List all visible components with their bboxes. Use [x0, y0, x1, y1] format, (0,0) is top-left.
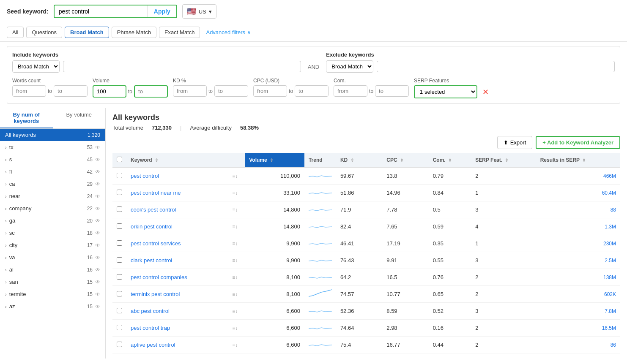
th-select-all[interactable] [112, 153, 126, 167]
select-all-checkbox[interactable] [117, 157, 122, 162]
filter-list-icon[interactable]: ≡↓ [232, 190, 238, 196]
tab-phrase-match[interactable]: Phrase Match [112, 27, 156, 38]
keyword-link[interactable]: orkin pest control [131, 223, 172, 230]
com-to[interactable] [375, 85, 409, 97]
sidebar-item-tx[interactable]: › tx 53 👁 [0, 141, 105, 153]
cpc-from[interactable] [253, 85, 287, 97]
sidebar-item-sc[interactable]: › sc 18 👁 [0, 227, 105, 239]
tab-questions[interactable]: Questions [26, 27, 62, 38]
keyword-link[interactable]: pest control companies [131, 274, 187, 280]
th-keyword[interactable]: Keyword ⇕ [126, 153, 228, 167]
row-checkbox[interactable] [117, 308, 122, 313]
eye-icon[interactable]: 👁 [95, 291, 100, 297]
row-checkbox[interactable] [117, 206, 122, 212]
keyword-link[interactable]: terminix pest control [131, 291, 180, 297]
row-checkbox[interactable] [117, 291, 122, 296]
filter-list-icon[interactable]: ≡↓ [232, 325, 238, 331]
th-serp[interactable]: SERP Feat. ⇕ [471, 153, 536, 167]
exclude-text-input[interactable] [377, 61, 615, 72]
filter-list-icon[interactable]: ≡↓ [232, 207, 238, 213]
filter-list-icon[interactable]: ≡↓ [232, 241, 238, 247]
tab-broad-match[interactable]: Broad Match [65, 27, 109, 38]
eye-icon[interactable]: 👁 [95, 279, 100, 285]
sidebar-item-al[interactable]: › al 16 👁 [0, 263, 105, 276]
serp-features-select[interactable]: 1 selected [415, 86, 476, 98]
eye-icon[interactable]: 👁 [95, 242, 100, 248]
sidebar-item-termite[interactable]: › termite 15 👁 [0, 288, 105, 300]
advanced-filters-toggle[interactable]: Advanced filters ∧ [206, 29, 251, 35]
eye-icon[interactable]: 👁 [95, 255, 100, 261]
row-checkbox[interactable] [117, 274, 122, 280]
cpc-to[interactable] [295, 85, 329, 97]
sidebar-item-az[interactable]: › az 15 👁 [0, 300, 105, 312]
results-link[interactable]: 138M [603, 274, 616, 280]
keyword-link[interactable]: pest control near me [131, 190, 181, 196]
row-checkbox[interactable] [117, 190, 122, 195]
sidebar-tab-by-num[interactable]: By num of keywords [0, 108, 53, 128]
filter-list-icon[interactable]: ≡↓ [232, 258, 238, 263]
eye-icon[interactable]: 👁 [95, 304, 100, 310]
eye-icon[interactable]: 👁 [95, 206, 100, 212]
add-to-analyzer-button[interactable]: + Add to Keyword Analyzer [536, 136, 620, 149]
results-link[interactable]: 466M [603, 173, 616, 179]
keyword-link[interactable]: abc pest control [131, 308, 170, 314]
row-checkbox[interactable] [117, 342, 122, 347]
eye-icon[interactable]: 👁 [95, 169, 100, 175]
keyword-link[interactable]: pest control [131, 173, 159, 179]
keyword-link[interactable]: pest control trap [131, 325, 170, 331]
sidebar-item-s[interactable]: › s 45 👁 [0, 153, 105, 166]
row-checkbox[interactable] [117, 173, 122, 178]
eye-icon[interactable]: 👁 [95, 144, 100, 150]
volume-to[interactable] [134, 85, 168, 98]
eye-icon[interactable]: 👁 [95, 218, 100, 224]
keyword-link[interactable]: clark pest control [131, 257, 172, 263]
country-selector[interactable]: 🇺🇸 US ▾ [182, 4, 216, 19]
seed-input[interactable] [55, 5, 148, 17]
export-button[interactable]: ⬆ Export [497, 136, 533, 149]
keyword-link[interactable]: aptive pest control [131, 342, 175, 348]
tab-exact-match[interactable]: Exact Match [159, 27, 200, 38]
include-match-select[interactable]: Broad Match [12, 60, 60, 73]
sidebar-item-ga[interactable]: › ga 20 👁 [0, 215, 105, 227]
results-link[interactable]: 602K [604, 291, 616, 297]
keyword-link[interactable]: cook's pest control [131, 206, 176, 213]
results-link[interactable]: 16.5M [602, 325, 616, 331]
words-count-to[interactable] [54, 85, 88, 97]
sidebar-item-va[interactable]: › va 16 👁 [0, 251, 105, 263]
words-count-from[interactable] [12, 85, 46, 97]
filter-list-icon[interactable]: ≡↓ [232, 342, 238, 348]
row-checkbox[interactable] [117, 325, 122, 330]
sidebar-tab-by-volume[interactable]: By volume [53, 108, 106, 128]
eye-icon[interactable]: 👁 [95, 157, 100, 163]
kd-to[interactable] [214, 85, 248, 97]
sidebar-item-all-keywords[interactable]: All keywords 1,320 [0, 129, 105, 141]
sidebar-item-city[interactable]: › city 17 👁 [0, 239, 105, 251]
results-link[interactable]: 230M [603, 241, 616, 247]
volume-from[interactable] [93, 85, 126, 98]
results-link[interactable]: 7.8M [605, 308, 616, 314]
filter-list-icon[interactable]: ≡↓ [232, 224, 238, 230]
th-volume[interactable]: Volume ⇕ [245, 153, 304, 167]
sidebar-item-near[interactable]: › near 24 👁 [0, 190, 105, 202]
eye-icon[interactable]: 👁 [95, 230, 100, 236]
sidebar-item-fl[interactable]: › fl 42 👁 [0, 166, 105, 178]
sidebar-item-ca[interactable]: › ca 29 👁 [0, 178, 105, 190]
sidebar-item-san[interactable]: › san 15 👁 [0, 276, 105, 288]
filter-list-icon[interactable]: ≡↓ [232, 173, 238, 179]
filter-list-icon[interactable]: ≡↓ [232, 291, 238, 297]
eye-icon[interactable]: 👁 [95, 181, 100, 187]
th-results[interactable]: Results in SERP ⇕ [536, 153, 620, 167]
serp-clear-icon[interactable]: ✕ [482, 87, 489, 97]
apply-button[interactable]: Apply [148, 5, 176, 17]
exclude-match-select[interactable]: Broad Match [326, 60, 373, 73]
results-link[interactable]: 88 [611, 207, 616, 213]
row-checkbox[interactable] [117, 257, 122, 263]
row-checkbox[interactable] [117, 240, 122, 246]
row-checkbox[interactable] [117, 223, 122, 229]
sidebar-item-company[interactable]: › company 22 👁 [0, 202, 105, 215]
eye-icon[interactable]: 👁 [95, 193, 100, 199]
keyword-link[interactable]: pest control services [131, 240, 181, 247]
include-text-input[interactable] [63, 61, 301, 72]
filter-list-icon[interactable]: ≡↓ [232, 274, 238, 280]
results-link[interactable]: 1.3M [605, 224, 616, 230]
